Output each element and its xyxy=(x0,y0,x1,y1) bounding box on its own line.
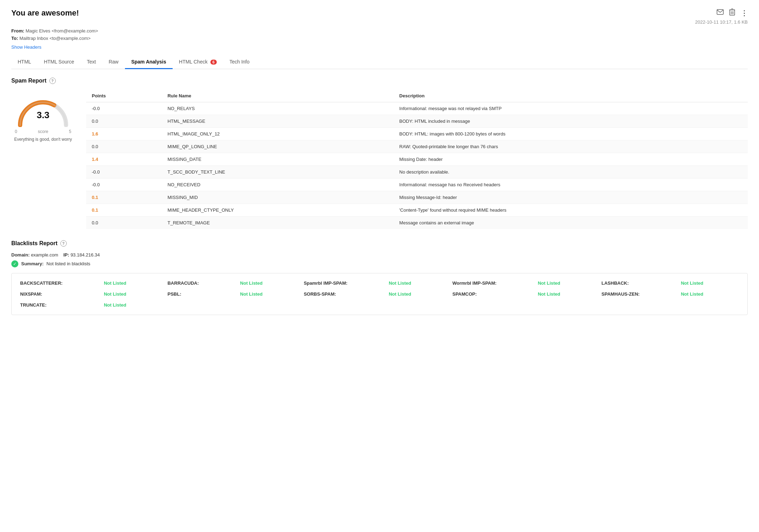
bl-value: Not Listed xyxy=(101,290,165,298)
bl-value: Not Listed xyxy=(386,290,449,298)
domain-value: example.com xyxy=(31,252,58,258)
table-row: 0.1 MIME_HEADER_CTYPE_ONLY 'Content-Type… xyxy=(86,204,748,216)
blacklist-domain-ip: Domain: example.com IP: 93.184.216.34 xyxy=(11,252,748,258)
blacklists-title: Blacklists Report ? xyxy=(11,240,748,247)
ip-label: IP: xyxy=(63,252,69,258)
bl-value: Not Listed xyxy=(101,301,165,309)
gauge-svg: 3.3 xyxy=(15,95,71,127)
bl-label: PSBL: xyxy=(165,290,237,298)
cell-rule: T_REMOTE_IMAGE xyxy=(162,216,394,229)
cell-points: 1.4 xyxy=(86,153,162,165)
cell-description: BODY: HTML: images with 800-1200 bytes o… xyxy=(394,127,748,140)
table-row: -0.0 T_SCC_BODY_TEXT_LINE No description… xyxy=(86,165,748,178)
bl-label: SPAMCOP: xyxy=(449,290,535,298)
bl-label: BARRACUDA: xyxy=(165,279,237,287)
bl-value: Not Listed xyxy=(101,279,165,287)
tab-bar: HTML HTML Source Text Raw Spam Analysis … xyxy=(11,55,748,69)
check-icon: ✓ xyxy=(11,260,18,267)
bl-value: Not Listed xyxy=(535,290,598,298)
ip-value: 93.184.216.34 xyxy=(71,252,100,258)
cell-rule: MISSING_MID xyxy=(162,191,394,204)
bl-value: Not Listed xyxy=(237,279,301,287)
blacklists-section: Blacklists Report ? Domain: example.com … xyxy=(11,240,748,315)
gauge-max: 5 xyxy=(69,129,71,134)
spam-report-title: Spam Report ? xyxy=(11,78,748,84)
to-value: Mailtrap Inbox <to@example.com> xyxy=(19,36,91,41)
from-value: Magic Elves <from@example.com> xyxy=(25,28,98,34)
tab-html-check[interactable]: HTML Check 6 xyxy=(173,55,223,69)
table-row: 1.6 HTML_IMAGE_ONLY_12 BODY: HTML: image… xyxy=(86,127,748,140)
bl-label: LASHBACK: xyxy=(599,279,678,287)
table-row: -0.0 NO_RECEIVED Informational: message … xyxy=(86,178,748,191)
svg-rect-0 xyxy=(717,10,723,14)
header-actions: ⋮ xyxy=(717,8,748,17)
col-points: Points xyxy=(86,90,162,102)
col-description: Description xyxy=(394,90,748,102)
email-title: You are awesome! xyxy=(11,8,79,18)
gauge-labels: 0 score 5 xyxy=(15,129,71,134)
cell-description: Message contains an external image xyxy=(394,216,748,229)
spam-gauge: 3.3 0 score 5 Everything is good, don't … xyxy=(11,90,75,229)
table-row: 1.4 MISSING_DATE Missing Date: header xyxy=(86,153,748,165)
from-label: From: xyxy=(11,28,24,34)
bl-label: Wormrbl IMP-SPAM: xyxy=(449,279,535,287)
table-row: 0.0 HTML_MESSAGE BODY: HTML included in … xyxy=(86,115,748,127)
bl-label: NIXSPAM: xyxy=(17,290,101,298)
cell-rule: MIME_HEADER_CTYPE_ONLY xyxy=(162,204,394,216)
gauge-score-label: score xyxy=(38,129,48,134)
blacklist-grid: BACKSCATTERER:Not ListedBARRACUDA:Not Li… xyxy=(11,273,748,315)
cell-rule: MIME_QP_LONG_LINE xyxy=(162,140,394,153)
tab-html-source[interactable]: HTML Source xyxy=(37,55,80,69)
tab-tech-info[interactable]: Tech Info xyxy=(223,55,256,69)
trash-icon[interactable] xyxy=(729,8,735,17)
show-headers-link[interactable]: Show Headers xyxy=(11,44,41,50)
blacklists-help-icon[interactable]: ? xyxy=(60,240,67,247)
cell-points: 1.6 xyxy=(86,127,162,140)
cell-points: -0.0 xyxy=(86,178,162,191)
more-icon[interactable]: ⋮ xyxy=(741,10,748,17)
table-row: 0.0 MIME_QP_LONG_LINE RAW: Quoted-printa… xyxy=(86,140,748,153)
cell-points: -0.0 xyxy=(86,102,162,115)
tab-spam-analysis[interactable]: Spam Analysis xyxy=(125,55,173,69)
to-label: To: xyxy=(11,36,18,41)
gauge-min: 0 xyxy=(15,129,17,134)
bl-value: Not Listed xyxy=(678,279,742,287)
bl-label: SORBS-SPAM: xyxy=(301,290,386,298)
tab-text[interactable]: Text xyxy=(80,55,102,69)
cell-description: Missing Date: header xyxy=(394,153,748,165)
cell-points: 0.0 xyxy=(86,216,162,229)
cell-description: Informational: message was not relayed v… xyxy=(394,102,748,115)
cell-rule: HTML_IMAGE_ONLY_12 xyxy=(162,127,394,140)
bl-value: Not Listed xyxy=(678,290,742,298)
html-check-badge: 6 xyxy=(210,60,217,65)
blacklist-summary: ✓ Summary: Not listed in blacklists xyxy=(11,260,748,267)
cell-points: 0.1 xyxy=(86,191,162,204)
forward-icon[interactable] xyxy=(717,9,724,17)
bl-label: BACKSCATTERER: xyxy=(17,279,101,287)
summary-label: Summary: xyxy=(21,261,44,266)
col-rule: Rule Name xyxy=(162,90,394,102)
spam-report-container: 3.3 0 score 5 Everything is good, don't … xyxy=(11,90,748,229)
cell-points: 0.0 xyxy=(86,115,162,127)
tab-raw[interactable]: Raw xyxy=(102,55,125,69)
table-row: 0.1 MISSING_MID Missing Message-Id: head… xyxy=(86,191,748,204)
cell-points: 0.0 xyxy=(86,140,162,153)
bl-label: TRUNCATE: xyxy=(17,301,101,309)
email-meta: From: Magic Elves <from@example.com> To:… xyxy=(11,28,748,42)
spam-table: Points Rule Name Description -0.0 NO_REL… xyxy=(86,90,748,229)
cell-description: No description available. xyxy=(394,165,748,178)
cell-points: 0.1 xyxy=(86,204,162,216)
spam-report-help-icon[interactable]: ? xyxy=(49,78,56,84)
bl-value: Not Listed xyxy=(386,279,449,287)
bl-label: SPAMHAUS-ZEN: xyxy=(599,290,678,298)
cell-rule: NO_RELAYS xyxy=(162,102,394,115)
cell-description: 'Content-Type' found without required MI… xyxy=(394,204,748,216)
bl-value: Not Listed xyxy=(237,290,301,298)
cell-description: BODY: HTML included in message xyxy=(394,115,748,127)
tab-html[interactable]: HTML xyxy=(11,55,37,69)
bl-label: Spamrbl IMP-SPAM: xyxy=(301,279,386,287)
cell-description: Informational: message has no Received h… xyxy=(394,178,748,191)
gauge-score: 3.3 xyxy=(15,110,71,121)
cell-points: -0.0 xyxy=(86,165,162,178)
table-row: -0.0 NO_RELAYS Informational: message wa… xyxy=(86,102,748,115)
